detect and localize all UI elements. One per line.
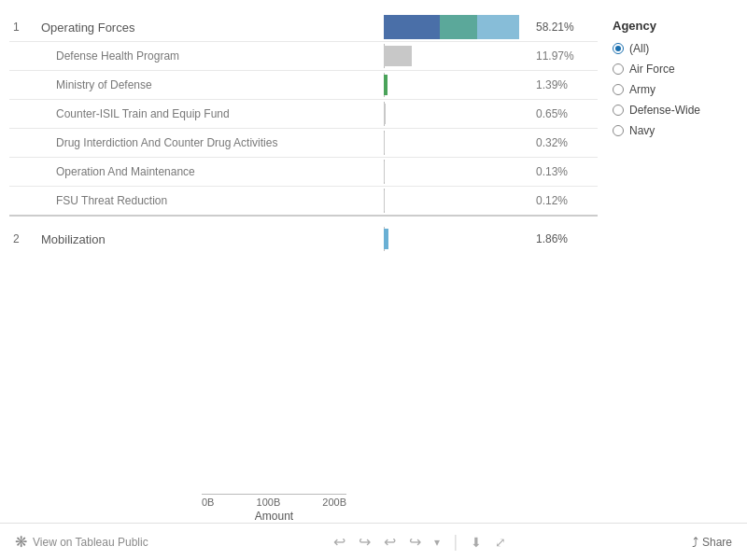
x-label-100b: 100B bbox=[257, 497, 281, 508]
sub-row-counterisil: Counter-ISIL Train and Equip Fund 0.65% bbox=[9, 100, 598, 129]
sub-bar-container-oam bbox=[384, 160, 529, 184]
download-icon[interactable]: ⬇ bbox=[471, 535, 482, 550]
sub-label-fsu: FSU Threat Reduction bbox=[37, 187, 380, 217]
legend-label-defensewide: Defense-Wide bbox=[629, 104, 700, 117]
rank-2: 2 bbox=[9, 221, 37, 253]
dropdown-arrow-icon[interactable]: ▾ bbox=[434, 536, 440, 549]
legend-label-all: (All) bbox=[629, 42, 649, 55]
sub-bar-counterisil bbox=[384, 104, 386, 124]
bar-cell-operating-forces bbox=[380, 9, 532, 42]
x-axis-area: 0B 100B 200B Amount bbox=[202, 494, 598, 523]
forward-icon[interactable]: ↪ bbox=[409, 533, 421, 551]
legend-item-army[interactable]: Army bbox=[613, 83, 732, 96]
label-mobilization: Mobilization bbox=[37, 221, 380, 253]
group-row-1: 1 Operating Forces bbox=[9, 9, 598, 42]
label-operating-forces: Operating Forces bbox=[37, 9, 380, 42]
radio-all[interactable] bbox=[613, 43, 624, 54]
undo-icon[interactable]: ↩ bbox=[333, 533, 345, 551]
tableau-icon: ❋ bbox=[15, 533, 27, 551]
sub-pct-counterisil: 0.65% bbox=[532, 100, 598, 129]
x-label-0b: 0B bbox=[202, 497, 214, 508]
radio-defensewide[interactable] bbox=[613, 105, 624, 116]
share-icon: ⤴ bbox=[692, 535, 698, 550]
sub-row-fsu: FSU Threat Reduction 0.12% bbox=[9, 187, 598, 217]
sub-rank-empty-1 bbox=[9, 42, 37, 71]
sub-bar-container-fsu bbox=[384, 189, 529, 213]
legend-item-airforce[interactable]: Air Force bbox=[613, 63, 732, 76]
legend-item-defensewide[interactable]: Defense-Wide bbox=[613, 104, 732, 117]
bar-segment-blue bbox=[384, 15, 440, 39]
radio-army[interactable] bbox=[613, 84, 624, 95]
sub-pct-defense-health: 11.97% bbox=[532, 42, 598, 71]
radio-airforce[interactable] bbox=[613, 63, 624, 75]
sub-bar-cell-oam bbox=[380, 158, 532, 187]
sub-bar-cell-counterisil bbox=[380, 100, 532, 129]
sub-bar-cell-drug bbox=[380, 129, 532, 158]
sub-label-drug: Drug Interdiction And Counter Drug Activ… bbox=[37, 129, 380, 158]
sub-bar-drug bbox=[384, 133, 385, 153]
legend-title: Agency bbox=[613, 19, 732, 33]
legend-label-airforce: Air Force bbox=[629, 63, 675, 76]
main-container: 1 Operating Forces bbox=[0, 0, 747, 523]
view-on-tableau-label[interactable]: View on Tableau Public bbox=[33, 536, 148, 549]
sub-row-ministry: Ministry of Defense 1.39% bbox=[9, 71, 598, 100]
sub-row-oam: Operation And Maintenance 0.13% bbox=[9, 158, 598, 187]
share-label: Share bbox=[702, 536, 732, 549]
sub-bar-cell-ministry bbox=[380, 71, 532, 100]
redo-icon[interactable]: ↪ bbox=[359, 533, 371, 551]
sub-label-defense-health: Defense Health Program bbox=[37, 42, 380, 71]
sub-bar-ministry bbox=[384, 75, 388, 95]
sub-pct-oam: 0.13% bbox=[532, 158, 598, 187]
pct-mobilization: 1.86% bbox=[532, 221, 598, 253]
toolbar-right: ⤴ Share bbox=[692, 535, 732, 550]
legend-label-army: Army bbox=[629, 83, 655, 96]
sub-bar-container-defense-health bbox=[384, 44, 529, 68]
rank-1: 1 bbox=[9, 9, 37, 42]
sub-pct-drug: 0.32% bbox=[532, 129, 598, 158]
sub-row-drug: Drug Interdiction And Counter Drug Activ… bbox=[9, 129, 598, 158]
chart-area: 1 Operating Forces bbox=[9, 9, 598, 523]
sub-bar-container-counterisil bbox=[384, 102, 529, 126]
x-axis-title: Amount bbox=[202, 510, 346, 523]
toolbar-left: ❋ View on Tableau Public bbox=[15, 533, 148, 551]
bar-segment-light bbox=[477, 15, 519, 39]
sub-bar-defense-health bbox=[384, 46, 412, 66]
sub-bar-container-drug bbox=[384, 131, 529, 155]
radio-navy[interactable] bbox=[613, 125, 624, 136]
toolbar-center: ↩ ↪ ↩ ↪ ▾ | ⬇ ⤢ bbox=[148, 532, 692, 552]
expand-icon[interactable]: ⤢ bbox=[495, 535, 506, 550]
legend-item-navy[interactable]: Navy bbox=[613, 124, 732, 137]
bar-container-operating-forces bbox=[384, 15, 529, 39]
x-axis-labels: 0B 100B 200B bbox=[202, 494, 346, 508]
bar-segment-teal bbox=[440, 15, 477, 39]
share-button[interactable]: ⤴ Share bbox=[692, 535, 732, 550]
legend-item-all[interactable]: (All) bbox=[613, 42, 732, 55]
sub-bar-container-ministry bbox=[384, 73, 529, 97]
sub-pct-fsu: 0.12% bbox=[532, 187, 598, 217]
sub-label-oam: Operation And Maintenance bbox=[37, 158, 380, 187]
divider-icon: | bbox=[453, 532, 458, 552]
radio-inner-all bbox=[615, 46, 621, 51]
revert-icon[interactable]: ↩ bbox=[384, 533, 396, 551]
table-wrapper: 1 Operating Forces bbox=[9, 9, 598, 490]
bar-mobilization bbox=[384, 229, 388, 249]
group-row-2: 2 Mobilization 1.86% bbox=[9, 221, 598, 253]
legend-label-navy: Navy bbox=[629, 124, 655, 137]
pct-operating-forces: 58.21% bbox=[532, 9, 598, 42]
toolbar: ❋ View on Tableau Public ↩ ↪ ↩ ↪ ▾ | ⬇ ⤢… bbox=[0, 523, 747, 560]
sub-bar-cell-fsu bbox=[380, 187, 532, 217]
sub-pct-ministry: 1.39% bbox=[532, 71, 598, 100]
sub-row-defense-health: Defense Health Program 11.97% bbox=[9, 42, 598, 71]
bar-cell-mobilization bbox=[380, 221, 532, 253]
bar-container-mobilization bbox=[384, 227, 529, 251]
data-table: 1 Operating Forces bbox=[9, 9, 598, 253]
legend-panel: Agency (All) Air Force Army Defense-Wide… bbox=[598, 9, 747, 523]
sub-bar-cell-defense-health bbox=[380, 42, 532, 71]
x-label-200b: 200B bbox=[322, 497, 346, 508]
sub-label-ministry: Ministry of Defense bbox=[37, 71, 380, 100]
sub-label-counterisil: Counter-ISIL Train and Equip Fund bbox=[37, 100, 380, 129]
